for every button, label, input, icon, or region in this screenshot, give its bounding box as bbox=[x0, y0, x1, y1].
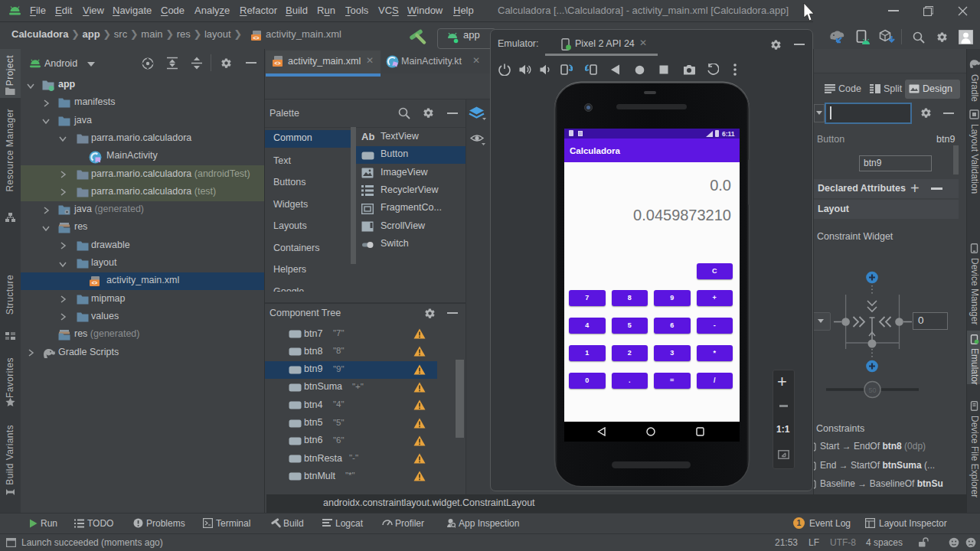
svg-text:<>: <> bbox=[274, 60, 280, 66]
svg-text:50: 50 bbox=[868, 386, 876, 394]
svg-text:<>: <> bbox=[253, 35, 259, 41]
svg-text:<>: <> bbox=[92, 280, 98, 285]
